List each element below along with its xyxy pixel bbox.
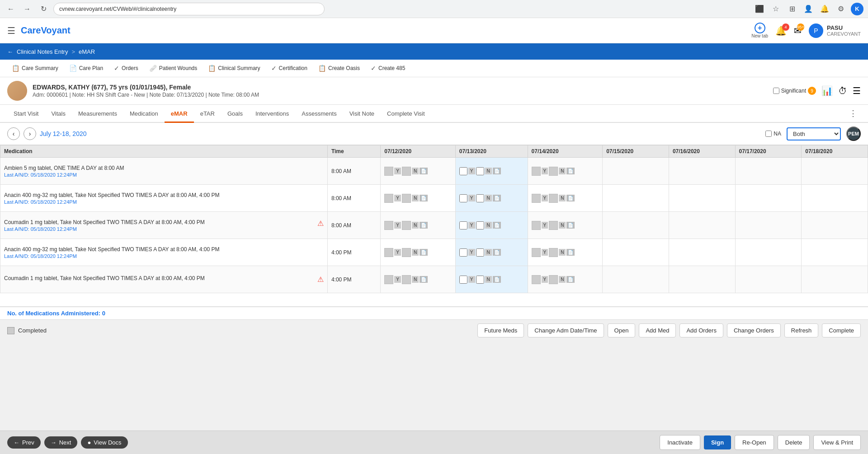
refresh-button[interactable]: Refresh [784, 323, 819, 337]
y-button[interactable]: Y [468, 222, 475, 229]
doc-button[interactable]: 📄 [493, 249, 501, 256]
y-button[interactable]: Y [542, 276, 548, 283]
clinical-tab-emar[interactable]: eMAR [165, 106, 194, 123]
admin-checkbox-y[interactable] [459, 167, 467, 175]
n-button[interactable]: N [559, 195, 566, 201]
n-button[interactable]: N [412, 249, 419, 256]
open-button[interactable]: Open [608, 323, 636, 337]
y-button[interactable]: Y [468, 195, 475, 201]
y-button[interactable]: Y [542, 195, 548, 201]
admin-checkbox-n[interactable] [476, 221, 484, 229]
breadcrumb-parent[interactable]: Clinical Notes Entry [17, 48, 68, 55]
tab-certification[interactable]: ✓ Certification [267, 62, 312, 74]
med-last-date[interactable]: Last A/N/D: 05/18/2020 12:24PM [4, 226, 205, 232]
admin-cell-grey2[interactable] [402, 167, 411, 176]
admin-cell-grey[interactable] [384, 248, 393, 257]
doc-button[interactable]: 📄 [493, 168, 501, 174]
n-button[interactable]: N [412, 222, 419, 229]
clinical-tab-complete-visit[interactable]: Complete Visit [381, 106, 431, 123]
admin-cell-grey[interactable] [532, 167, 541, 176]
user-profile[interactable]: P PASU CAREVOYANT [809, 23, 861, 38]
doc-button[interactable]: 📄 [493, 222, 501, 229]
clinical-tab-measurements[interactable]: Measurements [72, 106, 123, 123]
admin-checkbox-n[interactable] [476, 276, 484, 284]
notifications-bell[interactable]: 🔔 4 [775, 25, 787, 36]
admin-cell-grey[interactable] [532, 275, 541, 284]
n-button[interactable]: N [485, 195, 492, 201]
notifications-icon[interactable]: 🔔 [818, 3, 831, 15]
n-button[interactable]: N [412, 168, 419, 174]
admin-cell-grey[interactable] [384, 275, 393, 284]
complete-button[interactable]: Complete [822, 323, 861, 337]
future-meds-button[interactable]: Future Meds [477, 323, 524, 337]
admin-checkbox-n[interactable] [476, 167, 484, 175]
hamburger-menu[interactable]: ☰ [7, 25, 15, 36]
admin-checkbox-y[interactable] [459, 248, 467, 257]
tab-create-485[interactable]: ✓ Create 485 [366, 62, 410, 74]
med-last-date[interactable]: Last A/N/D: 05/18/2020 12:24PM [4, 172, 324, 178]
n-button[interactable]: N [559, 276, 566, 283]
clinical-tab-start-visit[interactable]: Start Visit [7, 106, 45, 123]
clinical-tab-visit-note[interactable]: Visit Note [343, 106, 381, 123]
pem-button[interactable]: PEM [846, 126, 861, 141]
admin-cell-grey2[interactable] [402, 275, 411, 284]
profile-icon[interactable]: 👤 [802, 3, 815, 15]
clinical-tab-vitals[interactable]: Vitals [45, 106, 72, 123]
na-checkbox[interactable] [765, 131, 772, 137]
completed-checkbox[interactable] [7, 327, 14, 334]
admin-cell-grey2[interactable] [549, 167, 558, 176]
tab-clinical-summary[interactable]: 📋 Clinical Summary [203, 62, 264, 74]
n-button[interactable]: N [485, 276, 492, 283]
doc-button[interactable]: 📄 [420, 222, 428, 229]
clinical-tab-assessments[interactable]: Assessments [295, 106, 343, 123]
y-button[interactable]: Y [394, 222, 401, 229]
n-button[interactable]: N [412, 276, 419, 283]
clinical-tab-medication[interactable]: Medication [123, 106, 165, 123]
doc-button[interactable]: 📄 [566, 195, 575, 201]
y-button[interactable]: Y [468, 276, 475, 283]
n-button[interactable]: N [412, 195, 419, 201]
admin-cell-grey[interactable] [532, 221, 541, 230]
grid-icon[interactable]: ⊞ [786, 3, 798, 15]
admin-cell-grey2[interactable] [402, 194, 411, 203]
admin-checkbox-y[interactable] [459, 276, 467, 284]
filter-select[interactable]: Both Scheduled PRN [787, 127, 841, 140]
tab-create-oasis[interactable]: 📋 Create Oasis [314, 62, 364, 74]
clinical-tab-etar[interactable]: eTAR [194, 106, 221, 123]
browser-user-avatar[interactable]: K [851, 3, 863, 15]
settings-icon[interactable]: ⚙ [835, 3, 847, 15]
change-orders-button[interactable]: Change Orders [727, 323, 781, 337]
y-button[interactable]: Y [394, 276, 401, 283]
admin-cell-grey[interactable] [384, 221, 393, 230]
admin-checkbox-n[interactable] [476, 194, 484, 202]
clinical-tab-interventions[interactable]: Interventions [249, 106, 295, 123]
extensions-icon[interactable]: ⬛ [753, 3, 766, 15]
admin-cell-grey[interactable] [384, 167, 393, 176]
doc-button[interactable]: 📄 [493, 195, 501, 201]
doc-button[interactable]: 📄 [566, 276, 575, 283]
tab-care-plan[interactable]: 📄 Care Plan [65, 62, 108, 74]
doc-button[interactable]: 📄 [420, 249, 428, 256]
admin-cell-grey[interactable] [532, 248, 541, 257]
y-button[interactable]: Y [468, 249, 475, 256]
med-last-date[interactable]: Last A/N/D: 05/18/2020 12:24PM [4, 199, 324, 205]
n-button[interactable]: N [485, 222, 492, 229]
tab-orders[interactable]: ✓ Orders [109, 62, 143, 74]
next-week-button[interactable]: › [24, 127, 36, 140]
back-arrow-icon[interactable]: ← [7, 48, 13, 55]
admin-cell-grey2[interactable] [549, 221, 558, 230]
admin-cell-grey2[interactable] [549, 275, 558, 284]
address-bar[interactable]: cvnew.carevoyant.net/CVWeb/#/clinicalnot… [53, 3, 325, 15]
med-last-date[interactable]: Last A/N/D: 05/18/2020 12:24PM [4, 253, 324, 259]
admin-cell-grey[interactable] [384, 194, 393, 203]
doc-button[interactable]: 📄 [566, 249, 575, 256]
tab-patient-wounds[interactable]: 🩹 Patient Wounds [145, 62, 202, 74]
tab-care-summary[interactable]: 📋 Care Summary [7, 62, 63, 74]
admin-checkbox-y[interactable] [459, 194, 467, 202]
menu-icon[interactable]: ☰ [853, 85, 861, 96]
n-button[interactable]: N [485, 249, 492, 256]
doc-button[interactable]: 📄 [493, 276, 501, 283]
add-med-button[interactable]: Add Med [639, 323, 676, 337]
n-button[interactable]: N [559, 249, 566, 256]
clinical-tab-goals[interactable]: Goals [221, 106, 249, 123]
